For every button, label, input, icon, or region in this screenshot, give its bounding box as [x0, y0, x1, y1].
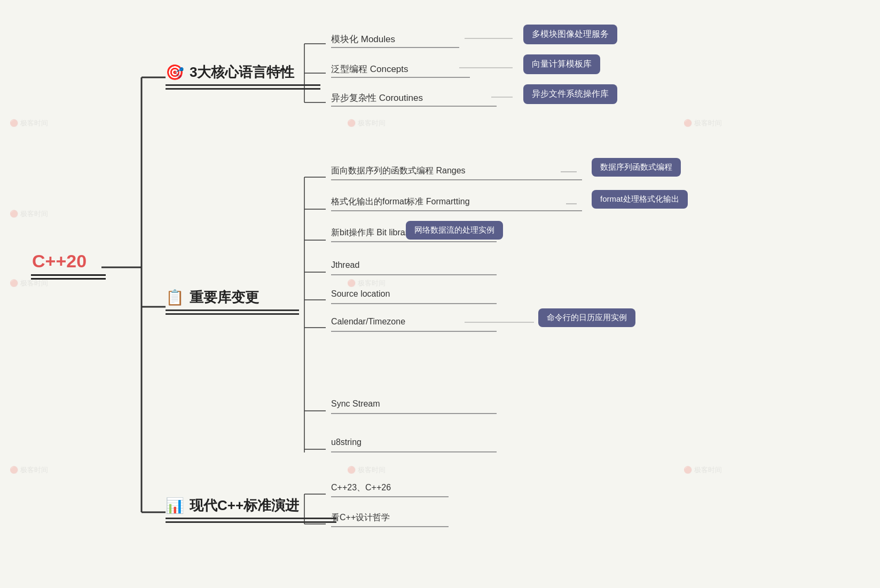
leaf-concepts-underline [331, 77, 470, 78]
branch3-underline1 [166, 518, 336, 519]
leaf-bit-underline [331, 241, 497, 242]
branch3-label: 现代C++标准演进 [190, 496, 299, 515]
watermark-1: 🔴 极客时间 [10, 118, 48, 128]
leaf-cpp23-underline [331, 496, 449, 497]
tag-ranges: 数据序列函数式编程 [592, 158, 681, 177]
branch2-underline1 [166, 309, 299, 311]
watermark-8: 🔴 极客时间 [683, 118, 722, 128]
leaf-jthread: Jthread [331, 260, 359, 270]
tag-calendar-app: 命令行的日历应用实例 [538, 308, 635, 327]
leaf-ranges: 面向数据序列的函数式编程 Ranges [331, 165, 466, 177]
leaf-format-underline [331, 210, 582, 211]
leaf-u8string-underline [331, 451, 497, 452]
leaf-format: 格式化输出的format标准 Formartting [331, 196, 470, 208]
watermark-4: 🔴 极客时间 [10, 465, 48, 475]
leaf-coroutines-underline [331, 106, 497, 107]
branch3-icon: 📊 [166, 497, 184, 514]
leaf-calendar: Calendar/Timezone [331, 317, 405, 327]
leaf-cpp23: C++23、C++26 [331, 482, 391, 494]
watermark-6: 🔴 极客时间 [347, 279, 386, 288]
leaf-jthread-underline [331, 274, 497, 275]
leaf-philosophy: 看C++设计哲学 [331, 512, 390, 523]
branch1-underline1 [166, 84, 320, 86]
branch2-title: 📋 重要库变更 [166, 288, 259, 307]
tag-async: 异步文件系统操作库 [523, 84, 617, 104]
connector-lines [0, 0, 880, 588]
branch3-title: 📊 现代C++标准演进 [166, 496, 299, 515]
branch3-underline2 [166, 521, 336, 523]
branch1-underline2 [166, 88, 320, 90]
watermark-2: 🔴 极客时间 [10, 209, 48, 219]
tag-multimodule: 多模块图像处理服务 [523, 25, 617, 44]
branch2-icon: 📋 [166, 289, 184, 306]
leaf-syncstream-underline [331, 413, 497, 414]
watermark-7: 🔴 极客时间 [347, 465, 386, 475]
branch2-label: 重要库变更 [190, 288, 259, 307]
watermark-9: 🔴 极客时间 [683, 465, 722, 475]
branch1-label: 3大核心语言特性 [190, 63, 294, 82]
leaf-source-underline [331, 303, 497, 304]
leaf-u8string: u8string [331, 438, 362, 447]
watermark-3: 🔴 极客时间 [10, 279, 48, 288]
leaf-coroutines: 异步复杂性 Coroutines [331, 92, 423, 104]
leaf-concepts: 泛型编程 Concepts [331, 63, 408, 75]
leaf-syncstream: Sync Stream [331, 399, 380, 409]
tag-network: 网络数据流的处理实例 [406, 221, 503, 240]
tag-vector: 向量计算模板库 [523, 54, 600, 74]
leaf-calendar-underline [331, 331, 497, 332]
branch2-underline2 [166, 313, 299, 315]
leaf-modules-underline [331, 47, 459, 48]
root-underline1 [31, 274, 106, 276]
leaf-modules: 模块化 Modules [331, 33, 395, 45]
leaf-source: Source location [331, 289, 390, 299]
leaf-bit: 新bit操作库 Bit library [331, 227, 412, 239]
mind-map: C++20 🎯 3大核心语言特性 模块化 Modules 泛型编程 Concep… [0, 0, 880, 588]
tag-format: format处理格式化输出 [592, 190, 688, 209]
root-label: C++20 [32, 251, 87, 272]
leaf-ranges-underline [331, 179, 582, 180]
leaf-philosophy-underline [331, 526, 449, 527]
branch1-icon: 🎯 [166, 63, 184, 81]
watermark-5: 🔴 极客时间 [347, 118, 386, 128]
branch1-title: 🎯 3大核心语言特性 [166, 63, 294, 82]
